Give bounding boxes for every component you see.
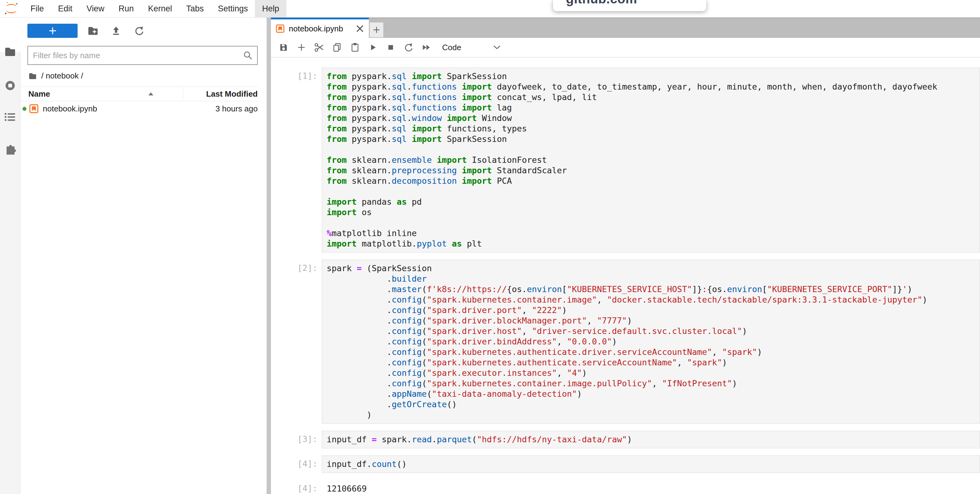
notebook-cell[interactable]: [2]:spark = (SparkSession .builder .mast… [271, 259, 980, 424]
breadcrumb[interactable]: / notebook / [28, 71, 83, 81]
new-launcher-button[interactable] [27, 24, 78, 38]
extensions-tab[interactable] [0, 138, 20, 160]
notebook-icon [29, 104, 38, 113]
cut-icon [314, 42, 325, 52]
run-all-icon [421, 43, 432, 52]
dock-tab-bar: notebook.ipynb [271, 17, 980, 38]
folder-icon [4, 46, 16, 57]
extensions-icon [4, 143, 16, 155]
plus-icon [372, 26, 380, 34]
notebook-toolbar: Code [271, 38, 980, 57]
run-icon [368, 43, 377, 52]
upload-button[interactable] [104, 24, 127, 38]
code-line: input_df.count() [327, 459, 979, 469]
interrupt-kernel-button[interactable] [382, 39, 399, 56]
run-cell-button[interactable] [364, 39, 382, 56]
cell-input-prompt: [3]: [271, 430, 322, 448]
file-browser-tab[interactable] [0, 41, 20, 62]
code-line: from pyspark.sql.functions import lag [327, 103, 979, 113]
restart-icon [404, 43, 414, 52]
column-divider [183, 87, 183, 101]
running-kernels-icon [4, 79, 16, 92]
notebook-cell[interactable]: [4]:input_df.count() [271, 455, 980, 473]
add-cell-button[interactable] [293, 39, 310, 56]
running-kernels-tab[interactable] [0, 75, 20, 96]
menu-item-kernel[interactable]: Kernel [141, 0, 179, 17]
plus-icon [48, 26, 57, 36]
menu-item-file[interactable]: File [24, 0, 51, 17]
new-folder-button[interactable] [81, 24, 104, 38]
breadcrumb-path: / notebook / [41, 71, 83, 81]
file-modified: 3 hours ago [216, 104, 258, 114]
cell-output-text: 12106669 [322, 480, 980, 494]
chevron-down-icon [493, 44, 501, 50]
cell-code-editor[interactable]: spark = (SparkSession .builder .master(f… [322, 259, 980, 424]
notebook-cell[interactable]: [1]:from pyspark.sql import SparkSession… [271, 67, 980, 253]
file-list-header: Name Last Modified [20, 86, 258, 101]
code-line: from pyspark.sql.functions import concat… [327, 92, 979, 103]
code-line [327, 186, 979, 197]
table-of-contents-tab[interactable] [0, 106, 20, 128]
column-header-modified[interactable]: Last Modified [206, 89, 258, 99]
main-dock-panel: notebook.ipynb [271, 17, 980, 494]
cell-type-select[interactable]: Code [442, 43, 501, 52]
cell-input-prompt: [1]: [271, 67, 322, 253]
code-line: from sklearn.decomposition import PCA [327, 176, 979, 186]
code-line: .config("spark.kubernetes.authenticate.d… [327, 347, 979, 357]
paste-cells-button[interactable] [346, 39, 364, 56]
code-line: from sklearn.ensemble import IsolationFo… [327, 155, 979, 165]
menu-item-tabs[interactable]: Tabs [179, 0, 211, 17]
code-line: .config("spark.driver.host", "driver-ser… [327, 326, 979, 337]
code-line: import matplotlib.pyplot as plt [327, 238, 979, 249]
tab-notebook[interactable]: notebook.ipynb [271, 17, 369, 38]
stop-icon [386, 43, 395, 52]
cut-cells-button[interactable] [310, 39, 328, 56]
notebook-cell-output: [4]:12106669 [271, 480, 980, 494]
new-tab-button[interactable] [370, 22, 383, 37]
notebook-cell[interactable]: [3]:input_df = spark.read.parquet("hdfs:… [271, 430, 980, 448]
add-cell-icon [296, 43, 306, 52]
menu-item-run[interactable]: Run [111, 0, 141, 17]
code-line: .getOrCreate() [327, 399, 979, 410]
code-line: from pyspark.sql import SparkSession [327, 134, 979, 145]
panel-splitter[interactable] [267, 17, 271, 494]
cell-code-editor[interactable]: from pyspark.sql import SparkSessionfrom… [322, 67, 980, 253]
cell-code-editor[interactable]: input_df = spark.read.parquet("hdfs://hd… [322, 430, 980, 448]
code-line: ) [327, 410, 979, 420]
menu-item-help[interactable]: Help [255, 0, 286, 17]
kernel-running-dot [22, 107, 27, 111]
sort-ascending-caret-icon[interactable] [148, 92, 154, 96]
file-list-item[interactable]: notebook.ipynb 3 hours ago [20, 101, 258, 116]
cell-code-editor[interactable]: input_df.count() [322, 455, 980, 473]
cell-input-prompt: [2]: [271, 259, 322, 424]
menu-item-settings[interactable]: Settings [211, 0, 255, 17]
menu-bar: File Edit View Run Kernel Tabs Settings … [0, 0, 980, 17]
code-line: .master(f'k8s://https://{os.environ["KUB… [327, 284, 979, 295]
filter-files-input[interactable] [28, 51, 243, 60]
save-button[interactable] [275, 39, 293, 56]
code-line: .config("spark.kubernetes.authenticate.s… [327, 357, 979, 368]
search-icon [243, 51, 253, 60]
code-line: .config("spark.driver.port", "2222") [327, 305, 979, 316]
menu-item-edit[interactable]: Edit [51, 0, 80, 17]
cell-type-value: Code [442, 43, 461, 52]
code-line: .config("spark.kubernetes.container.imag… [327, 378, 979, 389]
copy-cells-button[interactable] [328, 39, 346, 56]
new-folder-icon [88, 26, 99, 36]
cell-output-prompt: [4]: [271, 480, 322, 494]
notebook-icon [276, 24, 285, 33]
code-line: import pandas as pd [327, 197, 979, 207]
menu-item-view[interactable]: View [80, 0, 111, 17]
code-line: .config("spark.executor.instances", "4") [327, 368, 979, 378]
restart-kernel-button[interactable] [399, 39, 417, 56]
column-header-name[interactable]: Name [20, 89, 50, 99]
code-line [327, 218, 979, 228]
code-line: import os [327, 207, 979, 218]
refresh-button[interactable] [127, 24, 151, 38]
restart-run-all-button[interactable] [417, 39, 435, 56]
left-activity-bar [0, 17, 20, 494]
file-name: notebook.ipynb [43, 104, 97, 114]
close-icon[interactable] [356, 25, 364, 33]
code-line: .config("spark.kubernetes.container.imag… [327, 295, 979, 305]
browser-popup-text: github.com [566, 0, 637, 6]
